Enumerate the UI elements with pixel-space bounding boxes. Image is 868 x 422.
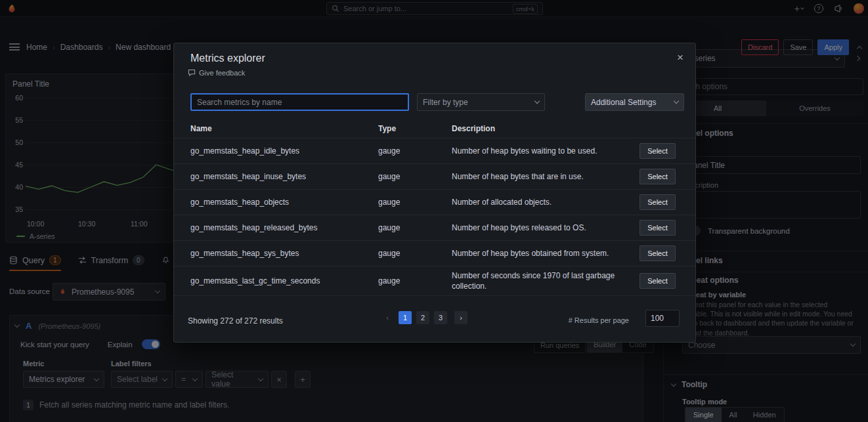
metric-type-cell: gauge <box>378 223 452 232</box>
header-type: Type <box>378 124 452 133</box>
metric-type-cell: gauge <box>378 146 452 156</box>
type-filter-select[interactable]: Filter by type <box>417 93 545 111</box>
pagination: ‹ 1 2 3 › <box>381 311 467 324</box>
metric-name-cell: go_memstats_heap_inuse_bytes <box>190 172 378 181</box>
metric-type-cell: gauge <box>378 276 452 285</box>
metric-description-cell: Number of heap bytes released to OS. <box>452 219 630 237</box>
metrics-search-input[interactable] <box>190 93 409 111</box>
prev-page-button[interactable]: ‹ <box>381 311 394 324</box>
metric-description-cell: Number of allocated objects. <box>452 193 630 211</box>
metrics-table-row: go_memstats_heap_objects gauge Number of… <box>174 190 695 215</box>
results-per-page-label: # Results per page <box>569 316 629 324</box>
give-feedback-link[interactable]: Give feedback <box>188 69 245 77</box>
page-button-1[interactable]: 1 <box>399 311 412 324</box>
metric-type-cell: gauge <box>378 249 452 258</box>
additional-settings-button[interactable]: Additional Settings <box>585 93 684 111</box>
metric-name-cell: go_memstats_heap_sys_bytes <box>190 249 378 258</box>
metrics-table-row: go_memstats_last_gc_time_seconds gauge N… <box>174 266 695 296</box>
next-page-button[interactable]: › <box>454 311 467 324</box>
metric-description-cell: Number of heap bytes that are in use. <box>452 167 630 186</box>
modal-title: Metrics explorer <box>190 53 265 64</box>
metric-description-cell: Number of heap bytes obtained from syste… <box>452 244 630 263</box>
select-metric-button[interactable]: Select <box>640 273 676 289</box>
metric-name-cell: go_memstats_heap_idle_bytes <box>190 146 378 156</box>
comment-icon <box>188 69 196 77</box>
metrics-table-row: go_memstats_heap_idle_bytes gauge Number… <box>174 138 695 164</box>
metric-type-cell: gauge <box>378 172 452 181</box>
metric-description-cell: Number of seconds since 1970 of last gar… <box>452 266 630 295</box>
metric-name-cell: go_memstats_heap_released_bytes <box>190 223 378 232</box>
results-per-page-input[interactable] <box>645 310 680 327</box>
results-summary: Showing 272 of 272 results <box>188 316 283 326</box>
metrics-table-row: go_memstats_heap_inuse_bytes gauge Numbe… <box>174 164 695 190</box>
metric-name-cell: go_memstats_last_gc_time_seconds <box>190 276 378 285</box>
metric-type-cell: gauge <box>378 198 452 207</box>
metric-description-cell: Number of heap bytes waiting to be used. <box>452 142 630 160</box>
metrics-table-header: Name Type Description <box>174 119 695 138</box>
select-metric-button[interactable]: Select <box>640 245 676 261</box>
select-metric-button[interactable]: Select <box>640 143 676 159</box>
metrics-table-row: go_memstats_heap_released_bytes gauge Nu… <box>174 215 695 241</box>
select-metric-button[interactable]: Select <box>640 169 676 184</box>
page-button-2[interactable]: 2 <box>416 311 429 324</box>
metric-name-cell: go_memstats_heap_objects <box>190 198 378 207</box>
metrics-table-row: go_memstats_heap_sys_bytes gauge Number … <box>174 241 695 266</box>
header-name: Name <box>190 124 378 133</box>
grafana-app: Search or jump to... cmd+k + ? Home › Da… <box>0 0 868 422</box>
metrics-explorer-modal: Metrics explorer × Give feedback Filter … <box>173 43 696 343</box>
select-metric-button[interactable]: Select <box>640 220 676 236</box>
page-button-3[interactable]: 3 <box>434 311 447 324</box>
select-metric-button[interactable]: Select <box>640 194 676 210</box>
header-description: Description <box>452 124 640 133</box>
metrics-table-body: go_memstats_heap_idle_bytes gauge Number… <box>174 138 695 296</box>
close-icon[interactable]: × <box>677 51 684 64</box>
